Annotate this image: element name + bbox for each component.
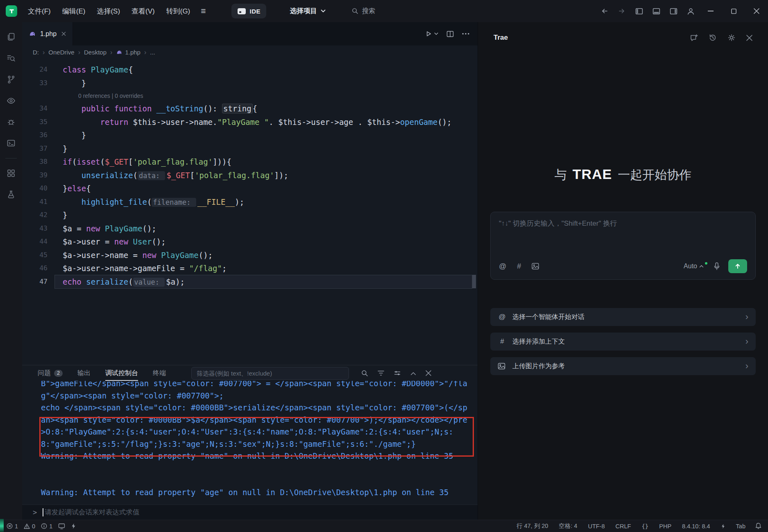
status-item-8[interactable]: Tab (736, 523, 745, 530)
problems-errors[interactable]: 1 (7, 523, 18, 530)
line-number: 40 (22, 182, 55, 195)
panel-tab-2[interactable]: 调试控制台 (105, 365, 138, 381)
window-close-button[interactable] (745, 0, 768, 22)
settings-sliders-icon[interactable] (394, 370, 401, 376)
nav-back-icon[interactable] (596, 2, 613, 20)
menu-item-3[interactable]: 查看(V) (131, 7, 155, 16)
breadcrumb-item-2[interactable]: Desktop (84, 49, 106, 56)
remote-ports-icon[interactable] (71, 523, 76, 529)
search-list-icon[interactable] (0, 49, 22, 67)
breadcrumb-item-4[interactable]: ... (150, 49, 155, 56)
model-selector[interactable]: Auto (684, 263, 704, 270)
panel-maximize-chevron-icon[interactable] (410, 371, 417, 376)
status-item-6[interactable]: 8.4.10: 8.4 (682, 523, 710, 530)
context-hash-icon[interactable]: # (517, 262, 521, 271)
layout-sidebar-right-icon[interactable] (665, 2, 682, 20)
model-status-dot (705, 262, 707, 265)
trae-close-icon[interactable] (746, 35, 752, 41)
code-editor[interactable]: 24class PlayGame{33 }0 references | 0 ov… (22, 59, 478, 365)
codelens-label[interactable]: 0 references | 0 overrides (55, 90, 472, 102)
new-chat-icon[interactable] (690, 34, 698, 42)
trae-action-at[interactable]: @选择一个智能体开始对话› (490, 308, 756, 326)
mention-at-icon[interactable]: @ (499, 262, 506, 271)
more-actions-icon[interactable] (462, 33, 469, 35)
status-item-5[interactable]: PHP (659, 523, 671, 530)
panel-close-icon[interactable] (426, 370, 431, 376)
debug-console-input[interactable]: > 请发起调试会话来对表达式求值 (22, 505, 478, 520)
extensions-icon[interactable] (0, 164, 22, 182)
chat-input-toolbar: @ # Auto (499, 258, 747, 274)
terminal-screen-icon[interactable] (0, 134, 22, 152)
ide-label: IDE (250, 8, 261, 15)
status-item-3[interactable]: CRLF (616, 523, 631, 530)
debug-bug-icon[interactable] (0, 113, 22, 131)
breadcrumb-item-0[interactable]: D: (33, 49, 39, 56)
global-search[interactable]: 搜索 (352, 7, 375, 16)
layout-sidebar-left-icon[interactable] (630, 2, 648, 20)
preview-eye-icon[interactable] (0, 92, 22, 110)
layout-panel-icon[interactable] (648, 2, 665, 20)
line-number: 36 (22, 129, 55, 142)
panel-tab-0[interactable]: 问题2 (38, 365, 63, 381)
code-text: return $this->user->name."PlayGame ". $t… (55, 115, 472, 129)
microphone-icon[interactable] (714, 262, 720, 270)
app-logo-icon[interactable] (6, 5, 17, 17)
window-minimize-button[interactable] (699, 0, 722, 22)
menu-item-4[interactable]: 转到(G) (166, 7, 190, 16)
history-icon[interactable] (709, 34, 717, 42)
infos-count: 1 (49, 523, 52, 530)
status-item-2[interactable]: UTF-8 (588, 523, 605, 530)
line-number: 43 (22, 222, 55, 235)
breadcrumb-item-3[interactable]: 1.php (116, 49, 140, 56)
project-picker[interactable]: 选择项目 (290, 7, 326, 16)
gear-icon[interactable] (727, 34, 736, 42)
line-number: 45 (22, 249, 55, 262)
source-control-icon[interactable] (0, 70, 22, 88)
notifications-bell-icon[interactable] (755, 523, 761, 530)
explorer-icon[interactable] (0, 28, 22, 46)
panel-search-icon[interactable] (361, 370, 368, 377)
zap-icon[interactable] (721, 523, 725, 529)
menu-item-1[interactable]: 编辑(E) (62, 7, 86, 16)
titlebar-right (596, 0, 768, 22)
more-menu-icon[interactable]: ≡ (201, 6, 206, 16)
status-item-0[interactable]: 行 47, 列 20 (517, 522, 548, 530)
send-button[interactable] (728, 259, 747, 273)
tab-1php[interactable]: 1.php (22, 22, 73, 45)
nav-forward-icon[interactable] (613, 2, 630, 20)
account-icon[interactable] (682, 2, 699, 20)
menu-item-0[interactable]: 文件(F) (28, 7, 51, 16)
trae-action-image[interactable]: 上传图片作为参考› (490, 357, 756, 375)
debug-console[interactable]: B">gameFile</span><span style="color: #0… (22, 381, 478, 505)
search-icon (352, 8, 358, 14)
run-button[interactable] (425, 30, 438, 38)
code-line-34: 34 public function __toString(): string{ (22, 102, 478, 115)
window-maximize-button[interactable] (722, 0, 745, 22)
status-item-1[interactable]: 空格: 4 (559, 522, 577, 530)
tab-close-icon[interactable] (61, 32, 66, 36)
filter-icon[interactable] (377, 370, 385, 376)
monitor-icon[interactable] (58, 523, 65, 530)
panel-tab-1[interactable]: 输出 (77, 365, 91, 381)
panel-tab-3[interactable]: 终端 (153, 365, 166, 381)
chevron-right-icon: › (745, 337, 748, 346)
menu-item-2[interactable]: 选择(S) (97, 7, 120, 16)
console-input-caret (43, 508, 43, 516)
attach-image-icon[interactable] (532, 263, 539, 269)
breadcrumb-item-1[interactable]: OneDrive (48, 49, 74, 56)
ide-badge[interactable]: IDE (231, 4, 267, 18)
headline-brand: TRAE (573, 166, 612, 182)
trae-action-hash[interactable]: #选择并添加上下文› (490, 333, 756, 351)
problems-infos[interactable]: 1 (41, 523, 52, 530)
split-editor-icon[interactable] (446, 30, 454, 38)
menu-bar: 文件(F)编辑(E)选择(S)查看(V)转到(G) (28, 7, 190, 16)
headline-suffix: 一起开始协作 (618, 167, 691, 183)
problems-warnings[interactable]: 0 (24, 523, 35, 530)
console-filter-input[interactable] (191, 367, 349, 380)
chat-input[interactable] (499, 219, 747, 258)
code-line-36: 36 } (22, 129, 478, 142)
line-number: 34 (22, 102, 55, 115)
testing-flask-icon[interactable] (0, 186, 22, 204)
search-label: 搜索 (362, 7, 375, 16)
braces-icon[interactable]: {} (641, 523, 648, 530)
